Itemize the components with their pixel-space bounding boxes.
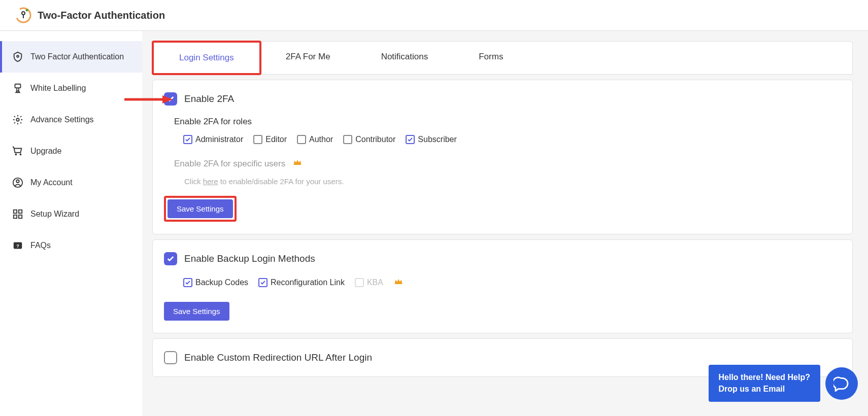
sidebar-item-label: Upgrade — [30, 147, 61, 156]
enable-2fa-title: Enable 2FA — [184, 93, 234, 105]
tab-notifications[interactable]: Notifications — [356, 42, 454, 74]
brush-icon — [12, 83, 23, 94]
roles-row: Administrator Editor Author Contributor — [183, 135, 841, 144]
role-contributor[interactable]: Contributor — [343, 135, 395, 144]
save-settings-button-backup[interactable]: Save Settings — [164, 302, 229, 321]
logo-icon — [15, 7, 31, 23]
user-icon — [12, 177, 23, 188]
enable-backup-checkbox[interactable] — [164, 252, 177, 265]
page-title: Two-Factor Authentication — [38, 10, 165, 21]
svg-point-1 — [22, 12, 25, 15]
svg-point-3 — [26, 9, 28, 12]
tab-forms[interactable]: Forms — [453, 42, 528, 74]
sidebar-item-label: Advance Settings — [30, 115, 94, 124]
header: Two-Factor Authentication — [0, 0, 868, 31]
kba-option: KBA — [355, 276, 383, 289]
sidebar-item-upgrade[interactable]: Upgrade — [0, 135, 142, 167]
sidebar-item-label: Setup Wizard — [30, 210, 79, 219]
sidebar-item-faqs[interactable]: ? FAQs — [0, 230, 142, 261]
tab-login-settings[interactable]: Login Settings — [154, 43, 259, 73]
backup-methods-card: Enable Backup Login Methods Backup Codes… — [152, 239, 853, 333]
role-author[interactable]: Author — [297, 135, 333, 144]
sidebar-item-label: My Account — [30, 178, 73, 187]
enable-redirect-checkbox[interactable] — [164, 351, 177, 364]
sidebar-item-2fa[interactable]: Two Factor Authentication — [0, 41, 142, 73]
gear-icon — [12, 114, 23, 125]
shield-icon — [12, 51, 23, 62]
save-settings-button[interactable]: Save Settings — [168, 199, 233, 218]
crown-icon — [393, 276, 404, 289]
cart-icon — [12, 146, 23, 157]
redirect-title: Enable Custom Redirection URL After Logi… — [184, 352, 372, 363]
sidebar-item-advance[interactable]: Advance Settings — [0, 104, 142, 135]
svg-point-4 — [17, 55, 19, 57]
chat-icon — [833, 375, 850, 392]
svg-rect-5 — [15, 84, 21, 88]
content-area: Login Settings 2FA For Me Notifications … — [142, 31, 868, 416]
help-icon: ? — [12, 240, 23, 251]
sidebar: Two Factor Authentication White Labellin… — [0, 31, 142, 416]
specific-users-label: Enable 2FA for specific users — [174, 157, 841, 170]
sidebar-item-whitelabel[interactable]: White Labelling — [0, 73, 142, 104]
svg-rect-12 — [19, 215, 22, 218]
crown-icon — [292, 157, 303, 170]
backup-title: Enable Backup Login Methods — [184, 253, 315, 264]
sidebar-item-account[interactable]: My Account — [0, 167, 142, 198]
specific-users-instruction: Click here to enable/disable 2FA for you… — [184, 177, 841, 186]
enable-2fa-card: Enable 2FA Enable 2FA for roles Administ… — [152, 80, 853, 234]
here-link[interactable]: here — [203, 177, 218, 186]
role-administrator[interactable]: Administrator — [183, 135, 243, 144]
tab-2fa-for-me[interactable]: 2FA For Me — [260, 42, 356, 74]
svg-rect-10 — [19, 210, 22, 213]
backup-codes-check[interactable]: Backup Codes — [183, 276, 248, 289]
svg-point-8 — [16, 180, 19, 183]
svg-rect-9 — [14, 210, 17, 213]
role-editor[interactable]: Editor — [253, 135, 287, 144]
help-popup[interactable]: Hello there! Need Help? Drop us an Email — [709, 365, 820, 402]
svg-rect-11 — [14, 215, 17, 218]
role-subscriber[interactable]: Subscriber — [406, 135, 456, 144]
grid-icon — [12, 209, 23, 220]
chat-button[interactable] — [825, 367, 858, 400]
sidebar-item-label: White Labelling — [30, 84, 86, 93]
roles-label: Enable 2FA for roles — [174, 117, 841, 127]
svg-point-6 — [16, 118, 19, 121]
sidebar-item-label: Two Factor Authentication — [30, 52, 124, 61]
enable-2fa-checkbox[interactable] — [164, 92, 177, 106]
tabs: Login Settings 2FA For Me Notifications … — [152, 41, 853, 75]
sidebar-item-label: FAQs — [30, 241, 51, 250]
sidebar-item-wizard[interactable]: Setup Wizard — [0, 198, 142, 230]
reconfiguration-link-check[interactable]: Reconfiguration Link — [258, 276, 345, 289]
svg-text:?: ? — [16, 244, 19, 249]
backup-methods-row: Backup Codes Reconfiguration Link KBA — [183, 276, 841, 289]
